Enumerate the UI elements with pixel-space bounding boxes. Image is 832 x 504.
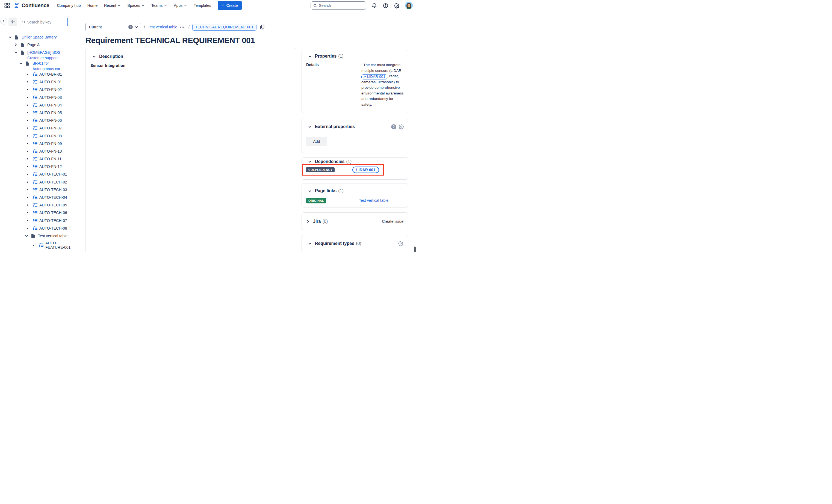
help-icon[interactable]: ? (391, 124, 396, 129)
chevron-down-icon[interactable] (308, 189, 312, 193)
search-by-key-field[interactable] (20, 18, 68, 26)
requirement-link[interactable]: AUTO-TECH-05 (39, 202, 67, 208)
nav-item-spaces[interactable]: Spaces (127, 3, 145, 8)
requirement-link[interactable]: AUTO-TECH-04 (39, 195, 67, 200)
app-switcher-icon[interactable] (4, 2, 10, 9)
sidebar-tree-requirement-item[interactable]: AUTO-FN-01 (4, 79, 72, 85)
sidebar-tree-page-item[interactable]: BR-01 for Autonomous car (4, 61, 72, 72)
sidebar-tree-requirement-item[interactable]: AUTO-TECH-02 (4, 179, 72, 185)
sidebar-tree-page-item[interactable]: Test vertical table (4, 233, 72, 239)
chevron-down-icon[interactable] (14, 51, 18, 54)
requirement-link[interactable]: AUTO-FN-11 (39, 156, 61, 162)
global-search[interactable] (311, 1, 366, 9)
page-title-link[interactable]: Page A (27, 42, 40, 48)
chevron-down-icon[interactable] (308, 242, 312, 245)
nav-item-company-hub[interactable]: Company hub (57, 3, 81, 8)
create-issue-button[interactable]: Create issue (382, 219, 404, 223)
chevron-down-icon[interactable] (308, 125, 312, 129)
sidebar-tree-requirement-item[interactable]: AUTO-TECH-04 (4, 195, 72, 200)
requirement-link[interactable]: AUTO-FEATURE-001 (45, 241, 71, 249)
chevron-down-icon[interactable] (8, 35, 12, 39)
requirement-link[interactable]: AUTO-FN-02 (39, 87, 62, 92)
breadcrumb-current-chip[interactable]: TECHNICAL REQUIREMENT 001 (192, 24, 257, 31)
requirement-link[interactable]: AUTO-BR-01 (39, 72, 62, 77)
chevron-down-icon[interactable] (19, 62, 23, 65)
requirement-link[interactable]: AUTO-TECH-08 (39, 226, 67, 231)
chevron-down-icon[interactable] (92, 55, 96, 58)
sidebar-tree-requirement-item[interactable]: AUTO-TECH-01 (4, 171, 72, 177)
requirement-link[interactable]: AUTO-FN-05 (39, 110, 62, 115)
requirement-link[interactable]: AUTO-TECH-02 (39, 179, 67, 185)
sidebar-tree-page-item[interactable]: Page A (4, 42, 72, 48)
create-button[interactable]: + Create (218, 1, 242, 10)
copy-icon[interactable] (260, 25, 265, 29)
requirement-link[interactable]: AUTO-TECH-01 (39, 171, 67, 177)
breadcrumb-parent-link[interactable]: Test vertical table (148, 25, 177, 29)
gear-icon[interactable] (398, 124, 404, 129)
requirement-link[interactable]: AUTO-TECH-06 (39, 210, 67, 215)
global-search-input[interactable] (319, 3, 364, 8)
confluence-logo[interactable]: Confluence (13, 2, 49, 9)
nav-item-teams[interactable]: Teams (151, 3, 167, 8)
requirement-link[interactable]: AUTO-FN-06 (39, 118, 62, 123)
page-title-link[interactable]: [HOMEPAGE] SOS Customer support (27, 50, 63, 61)
sidebar-tree-requirement-item[interactable]: AUTO-FN-03 (4, 95, 72, 100)
scrollbar-thumb[interactable] (414, 246, 416, 252)
chevron-down-icon[interactable] (308, 160, 312, 163)
sidebar-tree-requirement-item[interactable]: AUTO-BR-01 (4, 72, 72, 77)
dependency-target-chip[interactable]: LIDAR 001 (353, 166, 379, 173)
nav-item-home[interactable]: Home (87, 3, 98, 8)
sidebar-tree-requirement-item[interactable]: AUTO-FEATURE-001 (4, 241, 72, 249)
requirement-link[interactable]: AUTO-FN-10 (39, 149, 62, 154)
requirement-link[interactable]: AUTO-TECH-07 (39, 218, 67, 223)
page-title-link[interactable]: Test vertical table (38, 233, 68, 239)
notifications-bell-icon[interactable] (371, 2, 378, 9)
breadcrumb-ellipsis-button[interactable]: ••• (180, 25, 185, 29)
search-by-key-input[interactable] (27, 20, 66, 24)
requirement-link[interactable]: AUTO-FN-03 (39, 95, 62, 100)
sidebar-tree-requirement-item[interactable]: AUTO-FN-02 (4, 87, 72, 92)
requirement-link[interactable]: AUTO-FN-09 (39, 141, 62, 147)
gear-icon[interactable] (398, 241, 404, 246)
sidebar-tree-requirement-item[interactable]: AUTO-FN-04 (4, 102, 72, 108)
page-link[interactable]: Test vertical table (359, 198, 388, 203)
sidebar-expand-button[interactable] (0, 18, 7, 25)
clear-icon[interactable]: ✕ (128, 25, 133, 29)
page-title-link[interactable]: Driller Space Battery (22, 34, 56, 40)
requirement-link[interactable]: AUTO-FN-12 (39, 164, 62, 169)
sidebar-tree-page-item[interactable]: [HOMEPAGE] SOS Customer support (4, 50, 72, 61)
requirement-link[interactable]: AUTO-FN-07 (39, 125, 62, 131)
sidebar-tree-requirement-item[interactable]: AUTO-FN-09 (4, 141, 72, 147)
nav-item-recent[interactable]: Recent (104, 3, 121, 8)
nav-item-templates[interactable]: Templates (194, 3, 211, 8)
requirement-link[interactable]: AUTO-FN-04 (39, 102, 62, 108)
sidebar-tree-requirement-item[interactable]: AUTO-FN-07 (4, 125, 72, 131)
nav-item-apps[interactable]: Apps (174, 3, 187, 8)
chevron-down-icon[interactable] (308, 55, 312, 58)
sidebar-tree-requirement-item[interactable]: AUTO-FN-08 (4, 133, 72, 139)
sidebar-tree-requirement-item[interactable]: AUTO-TECH-05 (4, 202, 72, 208)
sidebar-tree-requirement-item[interactable]: AUTO-TECH-08 (4, 226, 72, 231)
sidebar-tree-requirement-item[interactable]: AUTO-FN-10 (4, 149, 72, 154)
sidebar-tree-page-item[interactable]: Driller Space Battery (4, 34, 72, 40)
requirement-link[interactable]: AUTO-FN-01 (39, 79, 62, 85)
add-button[interactable]: Add (306, 137, 327, 146)
chevron-right-icon[interactable] (14, 43, 18, 46)
sidebar-tree-requirement-item[interactable]: AUTO-TECH-03 (4, 187, 72, 192)
chevron-right-icon[interactable] (306, 219, 310, 223)
sidebar-tree-requirement-item[interactable]: AUTO-FN-11 (4, 156, 72, 162)
sidebar-tree-requirement-item[interactable]: AUTO-TECH-07 (4, 218, 72, 223)
requirement-link[interactable]: AUTO-TECH-03 (39, 187, 67, 192)
requirement-link[interactable]: AUTO-FN-08 (39, 133, 62, 139)
sidebar-tree-requirement-item[interactable]: AUTO-FN-06 (4, 118, 72, 123)
chevron-down-icon[interactable] (25, 234, 29, 238)
user-avatar[interactable] (405, 2, 413, 9)
sidebar-tree-requirement-item[interactable]: AUTO-TECH-06 (4, 210, 72, 215)
back-button[interactable] (8, 18, 17, 26)
lidar-link-chip[interactable]: LIDAR 001 (361, 74, 387, 79)
sidebar-tree-requirement-item[interactable]: AUTO-FN-12 (4, 164, 72, 169)
version-select[interactable]: Current ✕ (85, 23, 141, 31)
sidebar-tree-requirement-item[interactable]: AUTO-FN-05 (4, 110, 72, 115)
page-title-link[interactable]: BR-01 for Autonomous car (32, 61, 63, 72)
help-icon[interactable] (382, 2, 389, 9)
